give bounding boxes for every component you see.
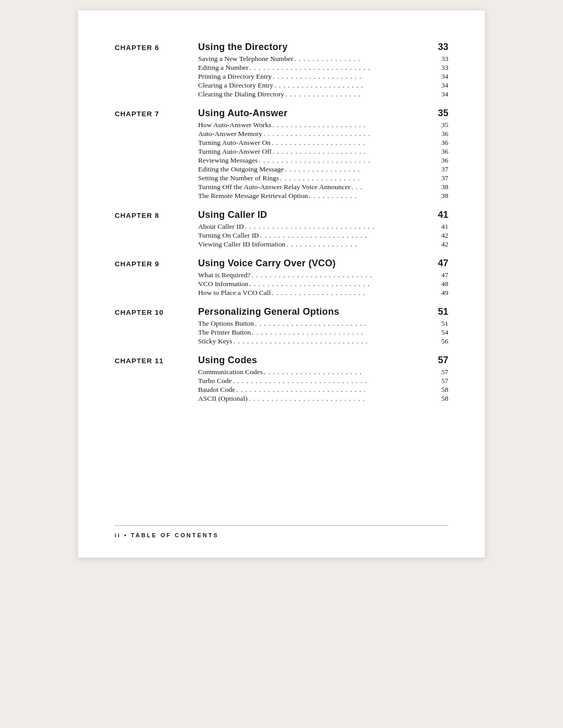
subentry-row: Communication Codes . . . . . . . . . . … [115,368,448,376]
chapter-page: 35 [427,108,448,119]
subentry-dots: . . . . . . . . . . . . . . . . . . . . … [262,130,434,138]
subentry-page: 42 [434,240,448,249]
subentry-text: Setting the Number of Rings [198,174,279,182]
chapter-page: 47 [427,258,448,269]
subentry-text: What is Required? [198,271,250,279]
subentry-row: Setting the Number of Rings . . . . . . … [115,174,448,182]
subentry-text: Saving a New Telephone Number [198,55,293,63]
chapter-section: Communication Codes . . . . . . . . . . … [115,368,448,403]
chapter-row: CHAPTER 6Using the Directory33 [115,42,448,53]
subentry-row: Reviewing Messages . . . . . . . . . . .… [115,156,448,165]
subentry-text: Editing the Outgoing Message [198,165,284,174]
chapter-section: About Caller ID . . . . . . . . . . . . … [115,223,448,249]
subentry-row: Turning Auto-Answer Off . . . . . . . . … [115,147,448,156]
subentry-page: 56 [434,337,448,346]
subentry-row: Printing a Directory Entry . . . . . . .… [115,72,448,81]
subentry-row: About Caller ID . . . . . . . . . . . . … [115,223,448,231]
chapter-label: CHAPTER 9 [115,259,198,268]
subentry-page: 33 [434,55,448,63]
chapter-label: CHAPTER 11 [115,356,198,365]
subentry-text: The Remote Message Retrieval Option [198,192,308,200]
subentry-dots: . . . . . . . . . . . . . . . . . . . . … [271,139,434,147]
chapter-page: 51 [427,306,448,317]
subentry-dots: . . . . . . . . . . . . . . . . . . . . … [258,156,434,165]
subentry-page: 48 [434,280,448,288]
chapter-title: Using Voice Carry Over (VCO) [198,258,427,269]
subentry-dots: . . . . . . . . . . . . . . . . . . . . … [244,223,434,231]
subentry-dots: . . . . . . . . . . . . . . . . . . . . … [250,271,434,279]
subentry-row: The Printer Button . . . . . . . . . . .… [115,328,448,337]
subentry-row: Baudot Code . . . . . . . . . . . . . . … [115,386,448,394]
chapter-title: Using Auto-Answer [198,108,427,119]
subentry-dots: . . . . . . . . . . . . . . . . . [284,90,434,98]
subentry-page: 42 [434,231,448,240]
subentry-dots: . . . . . . . . . . . . . . . . . . . . … [249,64,434,72]
subentry-row: What is Required? . . . . . . . . . . . … [115,271,448,279]
subentry-row: VCO Information . . . . . . . . . . . . … [115,280,448,288]
subentry-dots: . . . . . . . . . . . . . . . . . . [279,174,434,182]
subentry-page: 34 [434,90,448,98]
subentry-page: 49 [434,289,448,297]
subentry-row: The Remote Message Retrieval Option . . … [115,192,448,200]
subentry-text: Baudot Code [198,386,235,394]
subentry-text: The Printer Button [198,328,251,337]
subentry-text: Clearing the Dialing Directory [198,90,284,98]
footer-text: ii • TABLE OF CONTENTS [115,532,219,538]
subentry-dots: . . . . . . . . . . . . . . . . . . . . … [248,280,434,288]
chapter-row: CHAPTER 10Personalizing General Options5… [115,306,448,317]
subentry-text: Communication Codes [198,368,263,376]
chapter-section: Saving a New Telephone Number . . . . . … [115,55,448,98]
subentry-dots: . . . . . . . . . . . . . . . . . . . . … [271,289,434,297]
chapter-row: CHAPTER 7Using Auto-Answer35 [115,108,448,119]
subentry-page: 34 [434,72,448,81]
subentry-dots: . . . . . . . . . . . . . . . [293,55,434,63]
subentry-text: Turning Auto-Answer On [198,139,271,147]
subentry-page: 37 [434,165,448,174]
page: CHAPTER 6Using the Directory33Saving a N… [78,10,485,558]
subentry-page: 37 [434,174,448,182]
subentry-dots: . . . . . . . . . . . . . . . . . . . . … [231,377,434,385]
subentry-row: The Options Button . . . . . . . . . . .… [115,319,448,328]
subentry-page: 36 [434,130,448,138]
subentry-row: Auto-Answer Memory . . . . . . . . . . .… [115,130,448,138]
subentry-page: 58 [434,386,448,394]
subentry-text: How Auto-Answer Works [198,121,271,129]
toc-table: CHAPTER 6Using the Directory33Saving a N… [115,42,448,403]
chapter-section: The Options Button . . . . . . . . . . .… [115,319,448,346]
subentry-page: 54 [434,328,448,337]
chapter-row: CHAPTER 9Using Voice Carry Over (VCO)47 [115,258,448,269]
subentry-dots: . . . . . . . . . . . . . . . . . [284,165,434,174]
chapter-label: CHAPTER 8 [115,211,198,219]
chapter-row: CHAPTER 8Using Caller ID41 [115,209,448,220]
footer: ii • TABLE OF CONTENTS [115,525,448,539]
subentry-row: ASCII (Optional) . . . . . . . . . . . .… [115,394,448,403]
subentry-row: Clearing the Dialing Directory . . . . .… [115,90,448,98]
subentry-row: Turning Auto-Answer On . . . . . . . . .… [115,139,448,147]
subentry-text: Turning On Caller ID [198,231,259,240]
subentry-text: Turning Off the Auto-Answer Relay Voice … [198,183,350,191]
subentry-text: Auto-Answer Memory [198,130,262,138]
chapter-title: Using the Directory [198,42,427,53]
subentry-page: 41 [434,223,448,231]
chapter-page: 33 [427,42,448,53]
chapter-page: 41 [427,209,448,220]
subentry-page: 57 [434,368,448,376]
subentry-dots: . . . . . . . . . . . . . . . . . . . . [272,72,434,81]
subentry-text: VCO Information [198,280,248,288]
subentry-row: How Auto-Answer Works . . . . . . . . . … [115,121,448,129]
chapter-title: Personalizing General Options [198,306,427,317]
subentry-row: Turning Off the Auto-Answer Relay Voice … [115,183,448,191]
chapter-section: What is Required? . . . . . . . . . . . … [115,271,448,297]
subentry-text: Sticky Keys [198,337,232,346]
subentry-row: Turbo Code . . . . . . . . . . . . . . .… [115,377,448,385]
subentry-dots: . . . . . . . . . . . . . . . . [286,240,434,249]
subentry-page: 57 [434,377,448,385]
subentry-row: Sticky Keys . . . . . . . . . . . . . . … [115,337,448,346]
subentry-page: 35 [434,121,448,129]
chapter-label: CHAPTER 6 [115,43,198,52]
subentry-text: Printing a Directory Entry [198,72,272,81]
subentry-dots: . . . . . . . . . . . . . . . . . . . . … [272,147,434,156]
chapter-title: Using Caller ID [198,209,427,220]
subentry-page: 47 [434,271,448,279]
subentry-page: 36 [434,156,448,165]
